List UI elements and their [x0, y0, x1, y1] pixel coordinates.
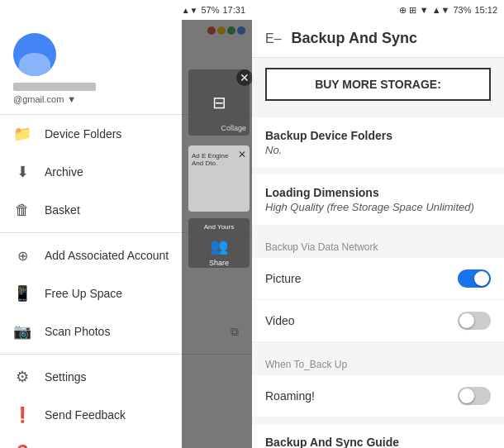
share-button[interactable]: And Yours 👥 Share [188, 218, 250, 268]
picture-toggle[interactable] [458, 269, 491, 288]
left-battery: 57% [201, 5, 219, 15]
right-battery: 73% [453, 5, 471, 15]
left-status-bar: ▲▼ 57% 17:31 [0, 0, 252, 20]
close-collage-button[interactable]: ✕ [236, 69, 252, 86]
and-yours-label: And Yours [204, 223, 234, 231]
loading-dimensions-section: Loading Dimensions High Quality (free St… [252, 174, 504, 225]
toggle-thumb [474, 271, 489, 286]
phone-icon: 📱 [13, 284, 31, 303]
archive-icon: ⬇ [13, 163, 31, 181]
roaming-toggle-row: Roaming! [252, 375, 504, 417]
folder-icon: 📁 [13, 125, 31, 143]
left-signal-icon: ▲▼ [182, 6, 198, 15]
right-status-bar: ⊕ ⊞ ▼ ▲▼ 73% 15:12 [252, 0, 504, 20]
backup-via-data-label: Backup Via Data Network [252, 231, 504, 258]
right-signal-icon: ▲▼ [432, 5, 450, 15]
loading-dimensions-value: High Quality (free Storage Space Unlimit… [265, 201, 491, 213]
backup-device-folders-section: Backup Device Folders No. [252, 117, 504, 168]
page-title: Backup And Sync [292, 30, 417, 47]
right-panel: E– Backup And Sync BUY MORE STORAGE: Bac… [252, 20, 504, 448]
ad-card: ✕ Ad E Engine And Dto. [188, 145, 250, 212]
backup-folders-value: No. [265, 144, 491, 156]
close-ad-button[interactable]: ✕ [238, 149, 246, 160]
toggle-thumb [459, 388, 474, 403]
share-text: And Yours [201, 220, 237, 234]
right-time: 15:12 [474, 5, 497, 15]
roaming-label: Roaming! [265, 389, 315, 403]
feedback-icon: ❗ [13, 406, 31, 424]
picture-label: Picture [265, 272, 302, 285]
share-icon: 👥 [210, 237, 228, 255]
avatar [13, 33, 56, 76]
right-header: E– Backup And Sync [252, 20, 504, 58]
trash-icon: 🗑 [13, 201, 31, 219]
backup-folders-title: Backup Device Folders [265, 129, 491, 142]
collage-icon: ⊟ [212, 93, 226, 112]
add-account-icon: ⊕ [13, 246, 31, 265]
when-to-back-up-label: When To_Back Up [252, 349, 504, 375]
guide-row[interactable]: Backup And Sync Guide [252, 424, 504, 448]
overlay-panel: ⊟ Collage ✕ ✕ Ad E Engine And Dto. And Y… [182, 20, 252, 448]
buy-storage-button[interactable]: BUY MORE STORAGE: [265, 68, 491, 101]
collage-label: Collage [221, 124, 246, 132]
camera-icon: 📷 [13, 322, 31, 341]
profile-name-bar [13, 83, 96, 91]
dropdown-arrow-icon[interactable]: ▼ [67, 94, 76, 104]
picture-toggle-row: Picture [252, 258, 504, 300]
right-action-icons: ⊕ ⊞ [399, 5, 416, 16]
profile-email: @gmail.com ▼ [13, 94, 76, 104]
video-toggle-row: Video [252, 300, 504, 342]
toggle-thumb [459, 313, 474, 328]
left-time: 17:31 [222, 5, 245, 15]
video-toggle[interactable] [458, 312, 491, 330]
share-label: Share [209, 259, 229, 267]
left-drawer: @gmail.com ▼ 📁 Device Folders ⬇ Archive … [0, 20, 252, 448]
help-icon: ❓ [13, 444, 31, 448]
settings-icon: ⚙ [13, 368, 31, 386]
loading-dimensions-title: Loading Dimensions [265, 186, 491, 199]
right-wifi-icon: ▼ [420, 5, 429, 15]
back-icon[interactable]: E– [265, 31, 282, 46]
roaming-toggle[interactable] [458, 387, 491, 405]
video-label: Video [265, 314, 295, 327]
